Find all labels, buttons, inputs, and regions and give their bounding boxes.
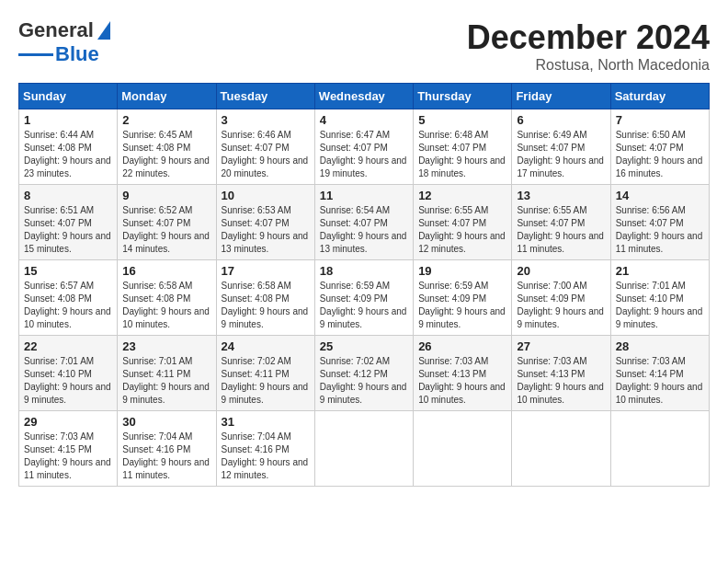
- weekday-header-sunday: Sunday: [19, 84, 118, 109]
- day-number: 19: [418, 264, 506, 278]
- day-cell: 1 Sunrise: 6:44 AM Sunset: 4:08 PM Dayli…: [19, 109, 118, 185]
- day-info: Sunrise: 6:56 AM Sunset: 4:07 PM Dayligh…: [616, 204, 704, 256]
- day-info: Sunrise: 7:04 AM Sunset: 4:16 PM Dayligh…: [222, 431, 310, 482]
- day-number: 8: [24, 189, 112, 202]
- day-number: 16: [122, 264, 210, 278]
- day-cell: [414, 411, 512, 487]
- day-info: Sunrise: 6:51 AM Sunset: 4:07 PM Dayligh…: [24, 204, 112, 256]
- day-number: 24: [222, 339, 310, 353]
- day-cell: [512, 411, 610, 487]
- day-number: 27: [517, 339, 605, 353]
- day-info: Sunrise: 6:58 AM Sunset: 4:08 PM Dayligh…: [122, 280, 210, 331]
- day-info: Sunrise: 6:59 AM Sunset: 4:09 PM Dayligh…: [320, 280, 408, 331]
- day-cell: 6 Sunrise: 6:49 AM Sunset: 4:07 PM Dayli…: [512, 109, 610, 185]
- logo-blue-text: Blue: [55, 42, 99, 66]
- day-number: 14: [616, 189, 704, 202]
- day-cell: 26 Sunrise: 7:03 AM Sunset: 4:13 PM Dayl…: [414, 336, 512, 411]
- day-cell: 13 Sunrise: 6:55 AM Sunset: 4:07 PM Dayl…: [512, 185, 610, 260]
- day-cell: 7 Sunrise: 6:50 AM Sunset: 4:07 PM Dayli…: [610, 109, 709, 185]
- day-cell: 15 Sunrise: 6:57 AM Sunset: 4:08 PM Dayl…: [19, 260, 118, 336]
- day-cell: 18 Sunrise: 6:59 AM Sunset: 4:09 PM Dayl…: [314, 260, 413, 336]
- day-number: 13: [517, 189, 605, 202]
- day-number: 20: [517, 264, 605, 278]
- logo-general-text: General: [18, 18, 94, 42]
- day-cell: 25 Sunrise: 7:02 AM Sunset: 4:12 PM Dayl…: [314, 336, 413, 411]
- day-number: 11: [320, 189, 408, 202]
- day-info: Sunrise: 6:45 AM Sunset: 4:08 PM Dayligh…: [122, 129, 210, 180]
- week-row-2: 8 Sunrise: 6:51 AM Sunset: 4:07 PM Dayli…: [19, 185, 710, 260]
- weekday-header-friday: Friday: [512, 84, 610, 109]
- month-title: December 2024: [467, 18, 710, 57]
- day-number: 1: [24, 113, 112, 127]
- day-cell: 12 Sunrise: 6:55 AM Sunset: 4:07 PM Dayl…: [414, 185, 512, 260]
- day-number: 2: [122, 113, 210, 127]
- day-cell: 10 Sunrise: 6:53 AM Sunset: 4:07 PM Dayl…: [216, 185, 314, 260]
- day-info: Sunrise: 7:02 AM Sunset: 4:12 PM Dayligh…: [320, 355, 408, 407]
- week-row-4: 22 Sunrise: 7:01 AM Sunset: 4:10 PM Dayl…: [19, 336, 710, 411]
- day-number: 7: [616, 113, 704, 127]
- week-row-5: 29 Sunrise: 7:03 AM Sunset: 4:15 PM Dayl…: [19, 411, 710, 487]
- day-cell: 28 Sunrise: 7:03 AM Sunset: 4:14 PM Dayl…: [610, 336, 709, 411]
- day-info: Sunrise: 6:49 AM Sunset: 4:07 PM Dayligh…: [517, 129, 605, 180]
- day-cell: 2 Sunrise: 6:45 AM Sunset: 4:08 PM Dayli…: [118, 109, 216, 185]
- day-number: 10: [222, 189, 310, 202]
- week-row-1: 1 Sunrise: 6:44 AM Sunset: 4:08 PM Dayli…: [19, 109, 710, 185]
- logo: General Blue: [18, 18, 110, 66]
- day-cell: 11 Sunrise: 6:54 AM Sunset: 4:07 PM Dayl…: [314, 185, 413, 260]
- day-number: 26: [418, 339, 506, 353]
- calendar-table: SundayMondayTuesdayWednesdayThursdayFrid…: [18, 83, 710, 487]
- day-cell: 24 Sunrise: 7:02 AM Sunset: 4:11 PM Dayl…: [216, 336, 314, 411]
- day-info: Sunrise: 7:00 AM Sunset: 4:09 PM Dayligh…: [517, 280, 605, 331]
- day-number: 6: [517, 113, 605, 127]
- day-info: Sunrise: 6:44 AM Sunset: 4:08 PM Dayligh…: [24, 129, 112, 180]
- day-info: Sunrise: 6:52 AM Sunset: 4:07 PM Dayligh…: [122, 204, 210, 256]
- day-number: 12: [418, 189, 506, 202]
- day-info: Sunrise: 7:01 AM Sunset: 4:10 PM Dayligh…: [616, 280, 704, 331]
- day-info: Sunrise: 6:55 AM Sunset: 4:07 PM Dayligh…: [517, 204, 605, 256]
- day-cell: 27 Sunrise: 7:03 AM Sunset: 4:13 PM Dayl…: [512, 336, 610, 411]
- day-cell: 8 Sunrise: 6:51 AM Sunset: 4:07 PM Dayli…: [19, 185, 118, 260]
- day-cell: 30 Sunrise: 7:04 AM Sunset: 4:16 PM Dayl…: [118, 411, 216, 487]
- day-number: 31: [222, 415, 310, 429]
- day-number: 30: [122, 415, 210, 429]
- day-info: Sunrise: 7:04 AM Sunset: 4:16 PM Dayligh…: [122, 431, 210, 482]
- day-number: 21: [616, 264, 704, 278]
- day-cell: 31 Sunrise: 7:04 AM Sunset: 4:16 PM Dayl…: [216, 411, 314, 487]
- day-info: Sunrise: 6:57 AM Sunset: 4:08 PM Dayligh…: [24, 280, 112, 331]
- day-number: 15: [24, 264, 112, 278]
- day-info: Sunrise: 6:59 AM Sunset: 4:09 PM Dayligh…: [418, 280, 506, 331]
- day-cell: 14 Sunrise: 6:56 AM Sunset: 4:07 PM Dayl…: [610, 185, 709, 260]
- day-number: 17: [222, 264, 310, 278]
- day-info: Sunrise: 6:46 AM Sunset: 4:07 PM Dayligh…: [222, 129, 310, 180]
- day-cell: 9 Sunrise: 6:52 AM Sunset: 4:07 PM Dayli…: [118, 185, 216, 260]
- week-row-3: 15 Sunrise: 6:57 AM Sunset: 4:08 PM Dayl…: [19, 260, 710, 336]
- weekday-header-monday: Monday: [118, 84, 216, 109]
- day-cell: 22 Sunrise: 7:01 AM Sunset: 4:10 PM Dayl…: [19, 336, 118, 411]
- day-cell: 20 Sunrise: 7:00 AM Sunset: 4:09 PM Dayl…: [512, 260, 610, 336]
- day-info: Sunrise: 6:54 AM Sunset: 4:07 PM Dayligh…: [320, 204, 408, 256]
- day-info: Sunrise: 7:03 AM Sunset: 4:13 PM Dayligh…: [517, 355, 605, 407]
- day-cell: 23 Sunrise: 7:01 AM Sunset: 4:11 PM Dayl…: [118, 336, 216, 411]
- day-info: Sunrise: 7:01 AM Sunset: 4:11 PM Dayligh…: [122, 355, 210, 407]
- day-info: Sunrise: 6:55 AM Sunset: 4:07 PM Dayligh…: [418, 204, 506, 256]
- day-cell: 4 Sunrise: 6:47 AM Sunset: 4:07 PM Dayli…: [314, 109, 413, 185]
- day-number: 29: [24, 415, 112, 429]
- day-info: Sunrise: 6:50 AM Sunset: 4:07 PM Dayligh…: [616, 129, 704, 180]
- location-title: Rostusa, North Macedonia: [467, 57, 710, 74]
- weekday-header-tuesday: Tuesday: [216, 84, 314, 109]
- day-cell: 21 Sunrise: 7:01 AM Sunset: 4:10 PM Dayl…: [610, 260, 709, 336]
- day-info: Sunrise: 6:48 AM Sunset: 4:07 PM Dayligh…: [418, 129, 506, 180]
- day-cell: 16 Sunrise: 6:58 AM Sunset: 4:08 PM Dayl…: [118, 260, 216, 336]
- day-number: 23: [122, 339, 210, 353]
- day-info: Sunrise: 6:47 AM Sunset: 4:07 PM Dayligh…: [320, 129, 408, 180]
- weekday-header-saturday: Saturday: [610, 84, 709, 109]
- day-cell: [610, 411, 709, 487]
- day-info: Sunrise: 7:03 AM Sunset: 4:13 PM Dayligh…: [418, 355, 506, 407]
- logo-underline: [18, 53, 53, 56]
- day-cell: 3 Sunrise: 6:46 AM Sunset: 4:07 PM Dayli…: [216, 109, 314, 185]
- day-number: 4: [320, 113, 408, 127]
- day-cell: 5 Sunrise: 6:48 AM Sunset: 4:07 PM Dayli…: [414, 109, 512, 185]
- day-number: 25: [320, 339, 408, 353]
- day-cell: 17 Sunrise: 6:58 AM Sunset: 4:08 PM Dayl…: [216, 260, 314, 336]
- day-info: Sunrise: 7:03 AM Sunset: 4:14 PM Dayligh…: [616, 355, 704, 407]
